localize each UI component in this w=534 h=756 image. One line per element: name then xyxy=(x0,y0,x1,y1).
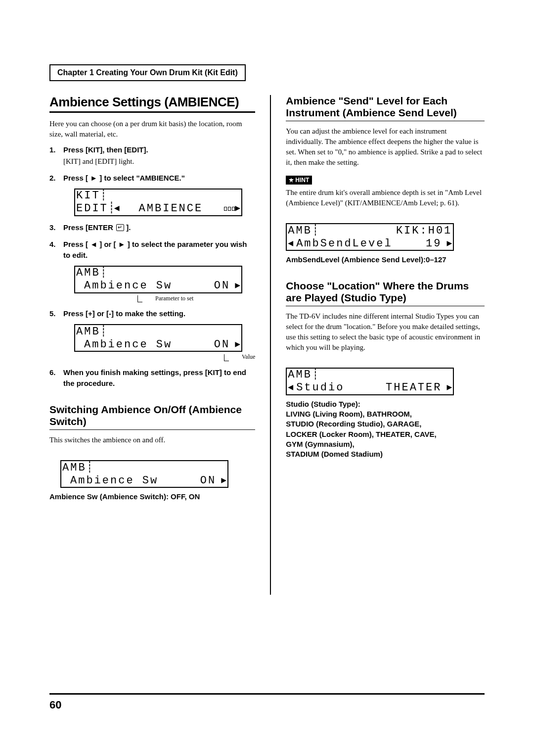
lcd-text: EDIT xyxy=(76,203,108,214)
lcd-text: Studio xyxy=(296,382,344,393)
right-arrow-icon: ▶ xyxy=(221,476,226,485)
divider-icon: ┊ xyxy=(312,369,318,380)
lcd-text: Ambience Sw xyxy=(84,339,172,350)
lcd-value: ON xyxy=(158,475,216,486)
studio-line: LOCKER (Locker Room), THEATER, CAVE, xyxy=(286,429,485,439)
lcd-text: AMBIENCE xyxy=(120,203,222,214)
step-5: Press [+] or [-] to make the setting. AM… xyxy=(49,308,255,361)
step-2-bold-b: ] to select "AMBIENCE." xyxy=(97,174,185,182)
studio-type-body: The TD-6V includes nine different intern… xyxy=(286,311,485,353)
left-arrow-icon: ◀ xyxy=(288,383,293,392)
studio-line: LIVING (Living Room), BATHROOM, xyxy=(286,409,485,419)
step-3-bold: Press [ENTER xyxy=(63,223,115,232)
left-arrow-icon: ◄ xyxy=(90,240,97,248)
lcd-amb-send-level: AMB ┊ KIK:H01 ◀ AmbSendLevel 19 ▶ xyxy=(286,223,454,251)
lcd-text: KIK:H01 xyxy=(318,225,452,236)
column-divider xyxy=(270,95,271,595)
step-1-note: [KIT] and [EDIT] light. xyxy=(63,156,255,167)
step-3: Press [ENTER ]. xyxy=(49,222,255,233)
lcd-text: AMB xyxy=(76,267,100,279)
lcd-text: AMB xyxy=(288,369,312,380)
send-level-body: You can adjust the ambience level for ea… xyxy=(286,126,485,168)
lcd-value: ON xyxy=(172,339,230,350)
subsection-ambience-switch: Switching Ambience On/Off (Ambience Swit… xyxy=(49,404,255,430)
page-footer: 60 xyxy=(49,693,485,711)
lcd-ambience-sw-2: AMB ┊ Ambience Sw ON ▶ xyxy=(74,324,242,352)
lcd-text: AMB xyxy=(76,326,100,337)
studio-line: GYM (Gymnasium), xyxy=(286,439,485,449)
studio-line: Studio (Studio Type): xyxy=(286,399,485,409)
divider-icon: ┊ xyxy=(100,326,106,337)
step-1-bold: Press [KIT], then [EDIT]. xyxy=(63,145,148,154)
svg-marker-0 xyxy=(289,178,294,183)
step-6: When you finish making settings, press [… xyxy=(49,367,255,389)
divider-icon: ┊ xyxy=(108,203,114,214)
step-6-bold: When you finish making settings, press [… xyxy=(63,368,246,387)
columns: Ambience Settings (AMBIENCE) Here you ca… xyxy=(49,95,485,595)
send-level-params: AmbSendLevel (Ambience Send Level):0–127 xyxy=(286,255,485,265)
step-4-bold-a: Press [ xyxy=(63,240,90,248)
chapter-header: Chapter 1 Creating Your Own Drum Kit (Ki… xyxy=(49,64,246,81)
step-4: Press [ ◄ ] or [ ► ] to select the param… xyxy=(49,239,255,303)
lcd-text: AMB xyxy=(62,462,87,473)
right-arrow-icon: ► xyxy=(118,240,126,248)
ambience-switch-params: Ambience Sw (Ambience Switch): OFF, ON xyxy=(49,492,255,502)
step-2: Press [ ► ] to select "AMBIENCE." KIT ┊ … xyxy=(49,173,255,216)
divider-icon: ┊ xyxy=(100,190,106,201)
lcd-ambience-sw-3: AMB ┊ Ambience Sw ON ▶ xyxy=(60,460,228,488)
enter-icon xyxy=(116,224,124,231)
lcd-value: ON xyxy=(172,280,230,291)
lcd-text: AMB xyxy=(288,225,312,236)
lcd-value: THEATER xyxy=(344,382,442,393)
hint-icon xyxy=(289,178,294,183)
hint-badge: HINT xyxy=(286,176,312,185)
studio-type-list: Studio (Studio Type): LIVING (Living Roo… xyxy=(286,399,485,460)
left-column: Ambience Settings (AMBIENCE) Here you ca… xyxy=(49,95,255,595)
pattern-icon xyxy=(224,207,235,211)
studio-line: STADIUM (Domed Stadium) xyxy=(286,449,485,459)
divider-icon: ┊ xyxy=(100,267,106,279)
subsection-studio-type: Choose "Location" Where the Drums are Pl… xyxy=(286,280,485,306)
callout-parameter: Parameter to set xyxy=(137,294,255,303)
section-heading-ambience: Ambience Settings (AMBIENCE) xyxy=(49,95,255,113)
ambience-switch-body: This switches the ambience on and off. xyxy=(49,435,255,445)
right-arrow-icon: ▶ xyxy=(235,281,240,290)
hint-label: HINT xyxy=(295,177,309,184)
callout-label: Parameter to set xyxy=(155,294,193,303)
callout-label: Value xyxy=(242,353,255,361)
step-5-bold: Press [+] or [-] to make the setting. xyxy=(63,309,185,318)
lcd-text: AmbSendLevel xyxy=(296,238,392,249)
lcd-kit-edit: KIT ┊ EDIT ┊ ◀ AMBIENCE ▶ xyxy=(74,189,242,216)
callout-value: Value xyxy=(224,353,255,361)
page-content: Chapter 1 Creating Your Own Drum Kit (Ki… xyxy=(49,64,485,595)
divider-icon: ┊ xyxy=(312,225,318,236)
step-1: Press [KIT], then [EDIT]. [KIT] and [EDI… xyxy=(49,144,255,167)
lcd-text: Ambience Sw xyxy=(84,280,172,291)
subsection-send-level: Ambience "Send" Level for Each Instrumen… xyxy=(286,95,485,121)
left-arrow-icon: ◀ xyxy=(288,239,293,248)
right-arrow-icon: ▶ xyxy=(446,383,452,392)
step-3-bold-b: ]. xyxy=(124,223,131,232)
right-column: Ambience "Send" Level for Each Instrumen… xyxy=(286,95,485,595)
lcd-text: KIT xyxy=(76,190,100,201)
right-arrow-icon: ▶ xyxy=(235,340,240,349)
lcd-ambience-sw-1: AMB ┊ Ambience Sw ON ▶ xyxy=(74,266,242,293)
intro-text: Here you can choose (on a per drum kit b… xyxy=(49,119,255,140)
right-arrow-icon: ► xyxy=(90,174,97,182)
steps-list: Press [KIT], then [EDIT]. [KIT] and [EDI… xyxy=(49,144,255,389)
lcd-value: 19 xyxy=(393,238,442,249)
page-number: 60 xyxy=(49,699,61,711)
right-arrow-icon: ▶ xyxy=(235,204,240,213)
step-4-bold-mid: ] or [ xyxy=(97,240,118,248)
divider-icon: ┊ xyxy=(87,462,92,473)
hint-body: The entire drum kit's overall ambience d… xyxy=(286,188,485,208)
step-2-bold-a: Press [ xyxy=(63,174,90,182)
studio-line: STUDIO (Recording Studio), GARAGE, xyxy=(286,419,485,429)
lcd-studio: AMB ┊ ◀ Studio THEATER ▶ xyxy=(286,368,454,395)
left-arrow-icon: ◀ xyxy=(114,204,120,213)
right-arrow-icon: ▶ xyxy=(446,239,452,248)
lcd-text: Ambience Sw xyxy=(70,475,158,486)
